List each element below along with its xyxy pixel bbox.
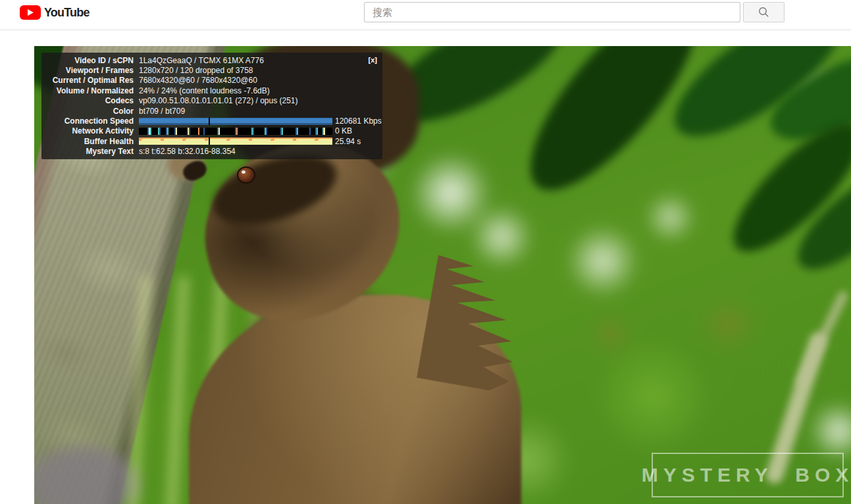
network-activity-graph — [139, 128, 332, 135]
network-spike — [297, 128, 298, 135]
stats-row-codecs: Codecs vp09.00.51.08.01.01.01.01 (272) /… — [47, 96, 377, 106]
stat-label: Color — [47, 107, 134, 116]
stat-label: Network Activity — [47, 126, 134, 136]
network-spike — [159, 128, 161, 135]
stat-label: Codecs — [47, 96, 134, 105]
stat-label: Volume / Normalized — [47, 86, 134, 95]
buffer-health-graph — [139, 138, 332, 145]
stat-value: bt709 / bt709 — [139, 107, 185, 116]
network-spike — [266, 128, 267, 135]
network-spike — [198, 128, 199, 135]
stats-row-mystery-text: Mystery Text s:8 t:62.58 b:32.016-88.354 — [47, 147, 377, 157]
stat-label: Viewport / Frames — [47, 66, 134, 75]
stats-row-viewport-frames: Viewport / Frames 1280x720 / 120 dropped… — [47, 65, 377, 75]
top-header: YouTube — [0, 0, 851, 30]
stat-value: vp09.00.51.08.01.01.01.01 (272) / opus (… — [139, 96, 298, 105]
connection-speed-graph — [139, 118, 332, 125]
stats-row-resolution: Current / Optimal Res 7680x4320@60 / 768… — [47, 76, 377, 86]
stats-row-network-activity: Network Activity 0 KB — [47, 126, 377, 136]
sloth-eye — [237, 166, 255, 184]
stat-value: 120681 Kbps — [335, 116, 382, 126]
stats-row-connection-speed: Connection Speed 120681 Kbps — [47, 116, 377, 126]
stat-value: 1280x720 / 120 dropped of 3758 — [139, 66, 253, 75]
watermark-text: MYSTERY BOX — [642, 464, 851, 486]
network-spike — [236, 128, 238, 135]
stat-label: Buffer Health — [47, 137, 134, 146]
network-spike — [167, 128, 168, 135]
network-spike — [189, 128, 190, 135]
stat-value: s:8 t:62.58 b:32.016-88.354 — [139, 147, 236, 156]
stats-row-video-id: Video ID / sCPN 1La4QzGeaaQ / TCMX 61MX … — [47, 55, 377, 65]
network-spike — [219, 128, 220, 135]
network-spike — [317, 128, 318, 135]
network-spike — [150, 128, 151, 135]
stats-row-buffer-health: Buffer Health 25.94 s — [47, 136, 377, 146]
stats-row-color: Color bt709 / bt709 — [47, 106, 377, 116]
search-icon — [758, 7, 769, 18]
stats-close-button[interactable]: [x] — [369, 56, 377, 64]
stat-label: Connection Speed — [47, 116, 134, 126]
watermark-box: MYSTERY BOX — [652, 453, 844, 497]
youtube-logo[interactable]: YouTube — [20, 5, 90, 20]
youtube-play-icon — [20, 5, 41, 20]
stats-for-nerds-panel: [x] Video ID / sCPN 1La4QzGeaaQ / TCMX 6… — [41, 53, 382, 159]
network-spike — [203, 128, 205, 135]
network-spike — [324, 128, 325, 135]
stat-label: Video ID / sCPN — [47, 56, 134, 65]
stat-value: 1La4QzGeaaQ / TCMX 61MX A776 — [139, 56, 264, 65]
video-player[interactable]: MYSTERY BOX [x] Video ID / sCPN 1La4QzGe… — [34, 46, 851, 504]
network-spike — [309, 128, 311, 135]
network-spike — [282, 128, 283, 135]
search-input[interactable] — [364, 2, 740, 22]
network-spike — [176, 128, 177, 135]
search-button[interactable] — [743, 2, 785, 22]
stat-value: 24% / 24% (content loudness -7.6dB) — [139, 86, 270, 95]
network-spike — [253, 128, 254, 135]
youtube-wordmark: YouTube — [44, 6, 90, 20]
stats-row-volume: Volume / Normalized 24% / 24% (content l… — [47, 86, 377, 95]
stat-value: 7680x4320@60 / 7680x4320@60 — [139, 76, 257, 85]
stat-value: 25.94 s — [335, 137, 361, 146]
stat-value: 0 KB — [335, 126, 352, 136]
stat-label: Mystery Text — [47, 147, 134, 156]
stat-label: Current / Optimal Res — [47, 76, 134, 85]
